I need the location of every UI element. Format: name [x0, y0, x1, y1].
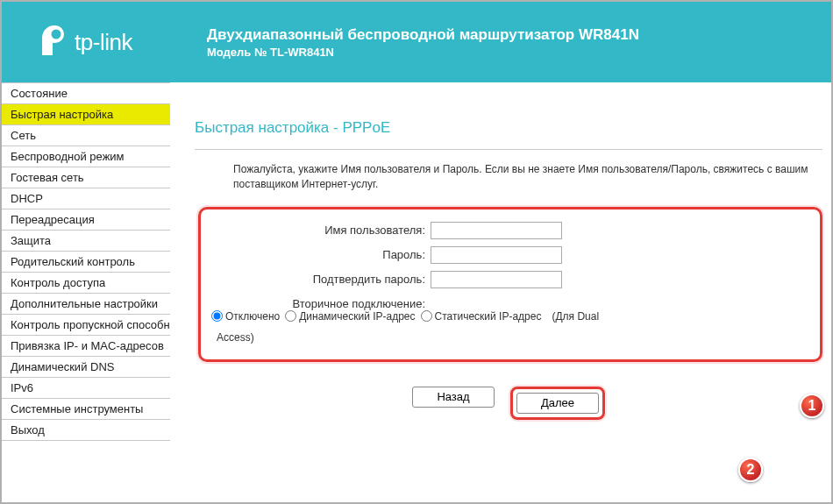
dual-suffix: (Для Dual: [552, 310, 599, 323]
annotation-badge-2: 2: [738, 458, 763, 482]
sidebar-item-9[interactable]: Контроль доступа: [2, 273, 170, 294]
next-button-highlight: Далее: [510, 387, 605, 420]
annotation-badge-1: 1: [800, 394, 824, 418]
sidebar-item-6[interactable]: Переадресация: [2, 209, 170, 231]
sidebar-item-8[interactable]: Родительский контроль: [2, 252, 170, 273]
back-button[interactable]: Назад: [412, 387, 495, 408]
radio-static-ip[interactable]: Статический IP-адрес: [421, 310, 542, 323]
next-button[interactable]: Далее: [516, 393, 599, 414]
logo-area: tp-link: [2, 2, 170, 82]
header-titles: Двухдиапазонный беспроводной маршрутизат…: [170, 26, 639, 59]
password-label: Пароль:: [211, 248, 431, 261]
sidebar-item-12[interactable]: Привязка IP- и MAC-адресов: [2, 336, 170, 357]
confirm-password-input[interactable]: [431, 271, 562, 288]
credentials-form-highlight: Имя пользователя: Пароль: Подтвердить па…: [198, 207, 822, 362]
radio-dynamic-input[interactable]: [285, 310, 296, 322]
username-input[interactable]: [431, 222, 562, 239]
sidebar-item-3[interactable]: Беспроводной режим: [2, 146, 170, 167]
sidebar-item-10[interactable]: Дополнительные настройки: [2, 294, 170, 315]
sidebar-item-7[interactable]: Защита: [2, 231, 170, 252]
sidebar-item-14[interactable]: IPv6: [2, 378, 170, 399]
sidebar-item-16[interactable]: Выход: [2, 420, 170, 441]
password-input[interactable]: [431, 246, 562, 264]
sidebar-item-5[interactable]: DHCP: [2, 188, 170, 209]
page-title: Быстрая настройка - PPPoE: [195, 119, 822, 137]
content-area: Быстрая настройка - PPPoE Пожалуйста, ук…: [170, 82, 831, 502]
radio-dynamic-ip[interactable]: Динамический IP-адрес: [285, 310, 415, 323]
header: tp-link Двухдиапазонный беспроводной мар…: [2, 2, 831, 82]
nav-buttons: Назад Далее: [195, 387, 822, 420]
instruction-text: Пожалуйста, укажите Имя пользователя и П…: [233, 162, 822, 193]
radio-static-label: Статический IP-адрес: [435, 310, 542, 323]
username-label: Имя пользователя:: [211, 224, 431, 237]
product-title: Двухдиапазонный беспроводной маршрутизат…: [207, 26, 639, 44]
svg-point-0: [52, 30, 61, 39]
radio-disabled-label: Отключено: [225, 310, 280, 323]
secondary-connection-label: Вторичное подключение:: [211, 297, 431, 310]
radio-static-input[interactable]: [421, 310, 432, 322]
confirm-password-label: Подтвердить пароль:: [211, 273, 431, 286]
radio-disabled-input[interactable]: [211, 310, 223, 322]
product-model: Модель № TL-WR841N: [207, 46, 639, 59]
sidebar-item-11[interactable]: Контроль пропускной способности: [2, 315, 170, 336]
dual-access-text: Access): [217, 331, 809, 344]
sidebar-item-0[interactable]: Состояние: [2, 82, 170, 104]
sidebar-item-13[interactable]: Динамический DNS: [2, 357, 170, 378]
tp-link-logo-icon: [39, 24, 69, 60]
logo-text: tp-link: [75, 29, 132, 56]
divider: [195, 149, 822, 150]
sidebar-item-4[interactable]: Гостевая сеть: [2, 167, 170, 188]
sidebar-item-1[interactable]: Быстрая настройка: [2, 104, 170, 125]
sidebar-item-15[interactable]: Системные инструменты: [2, 399, 170, 420]
sidebar: СостояниеБыстрая настройкаСетьБеспроводн…: [2, 82, 170, 502]
radio-disabled[interactable]: Отключено: [211, 310, 280, 323]
sidebar-item-2[interactable]: Сеть: [2, 125, 170, 146]
radio-dynamic-label: Динамический IP-адрес: [299, 310, 415, 323]
